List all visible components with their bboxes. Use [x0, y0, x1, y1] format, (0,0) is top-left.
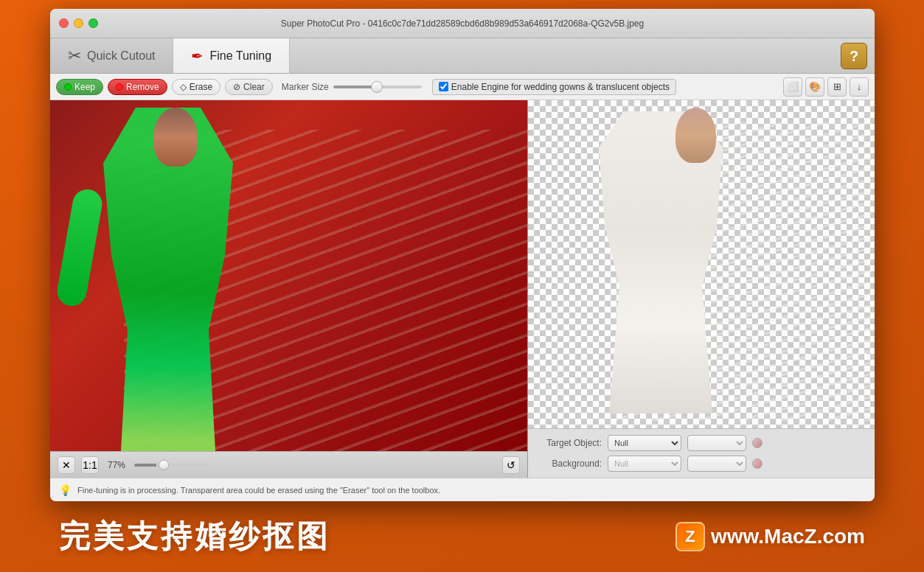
app-window: Super PhotoCut Pro - 0416c0c7de71dd28589… — [50, 9, 875, 501]
clear-button[interactable]: ⊘ Clear — [225, 79, 273, 95]
background-color-dot[interactable] — [752, 458, 763, 469]
minimize-button[interactable] — [74, 18, 83, 28]
target-object-select2[interactable] — [687, 435, 746, 451]
target-color-dot[interactable] — [752, 438, 763, 448]
status-bar: 💡 Fine-tuning is in processing. Transpar… — [50, 478, 875, 501]
status-text: Fine-tuning is in processing. Transparen… — [77, 486, 440, 495]
original-image-area[interactable] — [50, 100, 527, 478]
clear-label: Clear — [243, 82, 265, 92]
expand-icon-btn[interactable]: ⬜ — [783, 77, 802, 97]
zoom-bar: ✕ 1:1 77% ↺ — [50, 451, 527, 478]
bottom-text-area: 完美支持婚纱抠图 Z www.MacZ.com — [0, 516, 924, 557]
zoom-1to1-button[interactable]: 1:1 — [81, 456, 99, 474]
tab-quick-cutout-label: Quick Cutout — [87, 49, 155, 63]
status-info-icon: 💡 — [59, 484, 72, 496]
engine-checkbox-label[interactable]: Enable Engine for wedding gowns & transl… — [432, 79, 676, 95]
pen-icon: ✒ — [191, 47, 204, 65]
remove-button[interactable]: Remove — [108, 79, 167, 95]
close-button[interactable] — [59, 18, 69, 28]
zoom-reset-button[interactable]: ↺ — [502, 456, 520, 474]
left-panel: ✕ 1:1 77% ↺ — [50, 100, 528, 478]
macz-logo: Z www.MacZ.com — [675, 522, 865, 551]
remove-dot-icon — [116, 83, 123, 91]
result-bride-head — [675, 108, 716, 163]
toolbar-right-icons: ⬜ 🎨 ⊞ ↓ — [783, 77, 869, 97]
engine-checkbox[interactable] — [439, 82, 448, 91]
maximize-button[interactable] — [88, 18, 98, 28]
zoom-percent: 77% — [108, 460, 125, 470]
engine-checkbox-text: Enable Engine for wedding gowns & transl… — [451, 82, 670, 92]
titlebar: Super PhotoCut Pro - 0416c0c7de71dd28589… — [50, 9, 875, 38]
tabs-row: ✂ Quick Cutout ✒ Fine Tuning ? — [50, 38, 875, 74]
remove-label: Remove — [126, 82, 159, 92]
result-image-area — [528, 100, 875, 428]
zoom-fit-button[interactable]: ✕ — [58, 456, 75, 474]
main-content: ✕ 1:1 77% ↺ Target Object: Null — [50, 100, 875, 478]
keep-dot-icon — [64, 83, 72, 91]
scissors-icon: ✂ — [68, 46, 81, 66]
background-row: Background: Null — [535, 456, 867, 472]
chinese-heading: 完美支持婚纱抠图 — [59, 516, 330, 557]
background-select2[interactable] — [687, 456, 746, 472]
target-object-row: Target Object: Null — [535, 435, 867, 451]
toolbar: Keep Remove ◇ Erase ⊘ Clear Marker Size … — [50, 74, 875, 100]
erase-label: Erase — [190, 82, 212, 92]
bride-head — [153, 108, 198, 167]
marker-size-slider[interactable] — [333, 86, 422, 88]
target-object-select[interactable]: Null — [608, 435, 681, 451]
clear-icon: ⊘ — [233, 82, 240, 92]
window-title: Super PhotoCut Pro - 0416c0c7de71dd28589… — [281, 18, 644, 29]
keep-label: Keep — [74, 82, 95, 92]
keep-button[interactable]: Keep — [56, 79, 103, 95]
tab-fine-tuning[interactable]: ✒ Fine Tuning — [173, 38, 290, 73]
save-icon-btn[interactable]: ↓ — [850, 77, 869, 97]
help-button[interactable]: ? — [841, 43, 867, 69]
right-panel: Target Object: Null Background: Null — [528, 100, 875, 478]
copy-icon-btn[interactable]: ⊞ — [827, 77, 847, 97]
tab-quick-cutout[interactable]: ✂ Quick Cutout — [50, 38, 173, 73]
macz-url: www.MacZ.com — [711, 525, 865, 548]
traffic-lights — [50, 18, 98, 28]
target-object-label: Target Object: — [535, 438, 602, 448]
macz-z-icon: Z — [675, 522, 705, 551]
color-icon-btn[interactable]: 🎨 — [805, 77, 824, 97]
eraser-icon: ◇ — [180, 82, 187, 92]
erase-button[interactable]: ◇ Erase — [172, 79, 220, 95]
right-bottom-controls: Target Object: Null Background: Null — [528, 428, 875, 478]
tab-fine-tuning-label: Fine Tuning — [209, 49, 271, 63]
background-label: Background: — [535, 458, 602, 469]
zoom-slider[interactable] — [134, 464, 208, 467]
background-select[interactable]: Null — [608, 456, 681, 472]
marker-size-label: Marker Size — [282, 82, 329, 92]
